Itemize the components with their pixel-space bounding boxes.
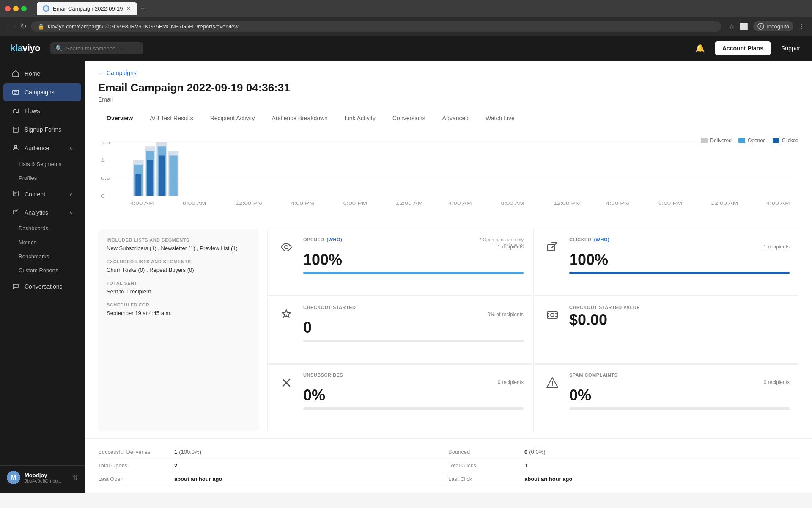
sidebar-item-analytics[interactable]: Analytics ∧	[3, 204, 81, 221]
address-bar[interactable]: 🔒 klaviyo.com/campaign/01GDAE8JRV9TKG75F…	[31, 21, 721, 32]
sidebar-item-custom-reports[interactable]: Custom Reports	[0, 263, 85, 277]
maximize-button[interactable]	[21, 6, 27, 11]
excluded-lists-section: EXCLUDED LISTS AND SEGMENTS Churn Risks …	[107, 259, 250, 273]
chart-legend: Delivered Opened Clicked	[701, 138, 798, 144]
metric-checkout-started: CHECKOUT STARTED 0% of recipients 0	[267, 297, 532, 364]
metrics-grid: OPENED (who) 1 recipients 100% * Open ra…	[267, 229, 798, 431]
included-lists-section: INCLUDED LISTS AND SEGMENTS New Subscrib…	[107, 237, 250, 251]
sidebar-content-label: Content	[25, 191, 45, 198]
forward-button[interactable]: ›	[14, 22, 16, 31]
back-button[interactable]: ‹	[7, 22, 9, 31]
close-button[interactable]	[5, 6, 11, 11]
last-open-value: about an hour ago	[174, 476, 222, 482]
support-button[interactable]: Support	[781, 45, 802, 52]
unsubscribes-content: UNSUBSCRIBES 0 recipients 0%	[303, 373, 524, 410]
legend-delivered: Delivered	[701, 138, 732, 144]
legend-clicked: Clicked	[773, 138, 798, 144]
sidebar-item-metrics[interactable]: Metrics	[0, 235, 85, 249]
sidebar-flows-label: Flows	[25, 108, 40, 114]
svg-rect-29	[547, 312, 557, 318]
svg-text:8:00 AM: 8:00 AM	[501, 201, 524, 206]
account-plans-button[interactable]: Account Plans	[715, 41, 771, 55]
bar-clicked-2	[147, 160, 153, 196]
spam-recipients: 0 recipients	[569, 379, 790, 385]
sidebar-item-signup-forms[interactable]: Signup Forms	[3, 121, 81, 138]
sidebar-item-audience[interactable]: Audience ∧	[3, 139, 81, 157]
window-controls[interactable]	[5, 6, 27, 11]
url-text: klaviyo.com/campaign/01GDAE8JRV9TKG75FMC…	[48, 23, 714, 30]
last-click-label: Last Click	[448, 476, 524, 482]
tab-ab-test[interactable]: A/B Test Results	[141, 110, 201, 127]
svg-point-4	[14, 145, 17, 148]
successful-deliveries-value: 1	[174, 449, 177, 455]
audience-chevron-icon: ∧	[69, 145, 73, 151]
sidebar-item-content[interactable]: Content ∨	[3, 185, 81, 203]
sidebar-home-label: Home	[25, 70, 40, 77]
svg-rect-5	[13, 191, 18, 196]
included-lists-label: INCLUDED LISTS AND SEGMENTS	[107, 237, 250, 243]
tab-advanced[interactable]: Advanced	[434, 110, 477, 127]
metric-opened: OPENED (who) 1 recipients 100% * Open ra…	[267, 229, 532, 296]
bar-clicked-3	[159, 156, 165, 196]
sidebar-item-lists-segments[interactable]: Lists & Segments	[0, 157, 85, 171]
tab-watch-live[interactable]: Watch Live	[477, 110, 523, 127]
clicked-value: 100%	[569, 251, 790, 268]
tab-conversions[interactable]: Conversions	[384, 110, 434, 127]
new-tab-button[interactable]: +	[140, 4, 145, 13]
sidebar-item-home[interactable]: Home	[3, 65, 81, 83]
page-header: Email Campaign 2022-09-19 04:36:31 Email	[85, 80, 812, 103]
reload-button[interactable]: ↻	[20, 22, 27, 31]
tab-recipient-activity[interactable]: Recipient Activity	[202, 110, 263, 127]
menu-icon[interactable]: ⋮	[798, 22, 805, 30]
incognito-indicator: Incognito	[753, 21, 793, 31]
sidebar-forms-label: Signup Forms	[25, 126, 61, 133]
eye-icon	[276, 237, 296, 257]
sidebar-conversations-label: Conversations	[25, 283, 63, 290]
total-clicks-label: Total Clicks	[448, 462, 524, 469]
incognito-label: Incognito	[767, 23, 789, 30]
clicked-label: CLICKED (who)	[569, 237, 790, 242]
browser-navigation: ‹ › ↻ 🔒 klaviyo.com/campaign/01GDAE8JRV9…	[0, 17, 812, 36]
unsubscribes-bar-container	[303, 407, 524, 410]
tab-title: Email Campaign 2022-09-19	[53, 6, 123, 12]
sidebar-analytics-label: Analytics	[25, 209, 48, 216]
opened-color	[738, 138, 745, 143]
delivered-color	[701, 138, 708, 143]
minimize-button[interactable]	[13, 6, 19, 11]
extensions-icon[interactable]: ⬜	[740, 22, 748, 30]
svg-text:4:00 AM: 4:00 AM	[448, 201, 472, 206]
svg-text:8:00 PM: 8:00 PM	[658, 201, 682, 206]
search-bar[interactable]: 🔍	[50, 42, 143, 54]
clicked-color	[773, 138, 779, 143]
sidebar-item-conversations[interactable]: Conversations	[3, 278, 81, 295]
tab-overview[interactable]: Overview	[98, 110, 141, 127]
custom-reports-label: Custom Reports	[19, 267, 58, 273]
sidebar-item-dashboards[interactable]: Dashboards	[0, 221, 85, 235]
sidebar-item-campaigns[interactable]: Campaigns	[3, 83, 81, 101]
opened-who-link[interactable]: (who)	[326, 237, 342, 242]
clicked-bar	[569, 272, 790, 274]
scheduled-label: SCHEDULED FOR	[107, 302, 250, 307]
sidebar-item-profiles[interactable]: Profiles	[0, 171, 85, 185]
clicked-who-link[interactable]: (who)	[594, 237, 609, 242]
search-input[interactable]	[66, 45, 134, 52]
stat-total-clicks: Total Clicks 1	[448, 459, 798, 472]
user-menu[interactable]: M Moodjoy 9ba4e9ef@moo... ⇅	[0, 465, 85, 489]
open-rate-estimate-text: * Open rates are only estimates	[464, 237, 524, 247]
sidebar-campaigns-label: Campaigns	[25, 89, 55, 96]
notification-bell-icon[interactable]: 🔔	[695, 44, 705, 53]
sidebar-item-benchmarks[interactable]: Benchmarks	[0, 249, 85, 263]
forms-icon	[12, 126, 19, 133]
tab-audience-breakdown[interactable]: Audience Breakdown	[263, 110, 336, 127]
tab-link-activity[interactable]: Link Activity	[336, 110, 384, 127]
bar-clicked-1	[135, 174, 141, 196]
svg-text:4:00 AM: 4:00 AM	[130, 201, 154, 206]
svg-text:1: 1	[101, 157, 104, 163]
scheduled-section: SCHEDULED FOR September 19 at 4:45 a.m.	[107, 302, 250, 316]
browser-tab[interactable]: Email Campaign 2022-09-19 ✕	[37, 2, 137, 15]
bookmark-icon[interactable]: ☆	[729, 22, 735, 30]
tab-close-button[interactable]: ✕	[126, 5, 131, 12]
sidebar-item-flows[interactable]: Flows	[3, 102, 81, 120]
campaigns-breadcrumb-link[interactable]: ← Campaigns	[98, 69, 137, 76]
svg-text:0: 0	[101, 193, 104, 199]
